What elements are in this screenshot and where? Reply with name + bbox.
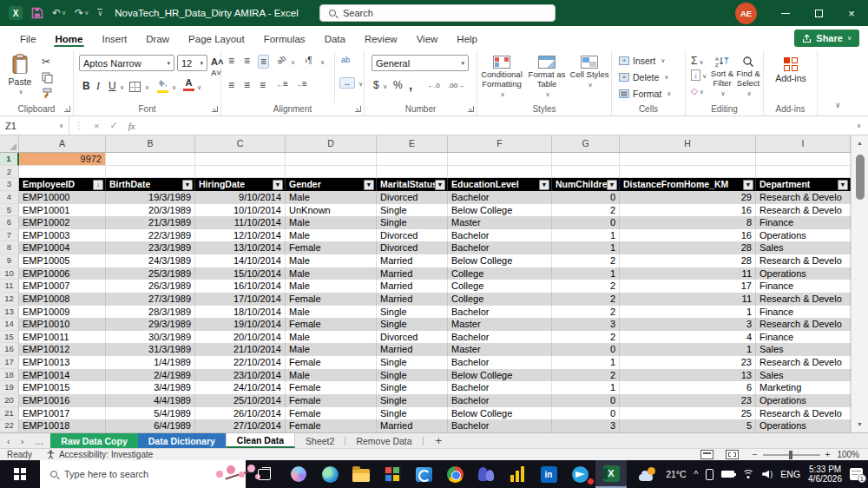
cell[interactable] [756, 166, 851, 179]
row-number-9[interactable]: 9 [0, 254, 19, 267]
cell[interactable]: Single [377, 407, 448, 420]
borders-dropdown-icon[interactable]: ∨ [145, 84, 149, 91]
cell[interactable] [106, 166, 195, 179]
undo-dropdown-icon[interactable]: ∨ [62, 10, 66, 16]
decrease-indent-button[interactable]: ←≡ [275, 79, 290, 89]
cell[interactable]: 23/3/1989 [106, 241, 195, 254]
cell[interactable]: Male [286, 216, 377, 229]
fill-color-dropdown-icon[interactable]: ∨ [172, 84, 176, 91]
cell[interactable]: 25/10/2014 [195, 394, 286, 407]
cell[interactable]: Below College [448, 369, 552, 382]
cell[interactable]: 2 [552, 254, 620, 267]
conditional-formatting-button[interactable]: Conditional Formatting∨ [479, 56, 524, 98]
cell[interactable]: Bachelor [448, 191, 552, 204]
sheet-tab-remove-data[interactable]: Remove Data [345, 433, 422, 448]
cell[interactable]: EMP10012 [19, 343, 106, 356]
cell[interactable]: EMP10013 [19, 356, 106, 369]
cell[interactable]: Male [286, 267, 377, 280]
cell[interactable]: EMP10018 [19, 419, 106, 432]
cell[interactable]: Operations [756, 419, 851, 432]
cell[interactable]: 25/3/1989 [106, 267, 195, 280]
format-as-table-button[interactable]: Format as Table∨ [526, 56, 568, 98]
cell[interactable]: 18/10/2014 [195, 306, 286, 319]
cell[interactable]: 11/10/2014 [195, 216, 286, 229]
cell[interactable]: 17/10/2014 [195, 293, 286, 306]
task-view-icon[interactable] [258, 469, 271, 480]
cell[interactable]: 24/3/1989 [106, 254, 195, 267]
paste-dropdown-icon[interactable]: ∨ [18, 89, 23, 96]
cell[interactable]: 2 [552, 306, 620, 319]
row-number-12[interactable]: 12 [0, 293, 19, 306]
select-all-corner[interactable] [0, 135, 19, 152]
cell[interactable]: 31/3/1989 [106, 343, 195, 356]
accounting-dropdown-icon[interactable]: ∨ [383, 83, 387, 90]
table-header-cell[interactable]: NumChildren▾ [552, 178, 620, 191]
cell[interactable]: 2 [552, 280, 620, 293]
cell[interactable]: Bachelor [448, 229, 552, 242]
cell[interactable]: EMP10015 [19, 381, 106, 394]
cell[interactable] [286, 166, 377, 179]
cell[interactable]: 0 [552, 394, 620, 407]
cell[interactable]: Bachelor [448, 419, 552, 432]
menu-tab-help[interactable]: Help [447, 29, 487, 48]
table-header-cell[interactable]: Gender▾ [286, 178, 377, 191]
table-header-cell[interactable]: BirthDate▾ [106, 178, 195, 191]
cell[interactable]: Single [377, 369, 448, 382]
row-number-1[interactable]: 1 [0, 153, 19, 166]
cell[interactable]: 2 [552, 293, 620, 306]
temperature-label[interactable]: 21°C [666, 469, 686, 479]
fill-color-button[interactable] [157, 79, 168, 93]
cell[interactable] [286, 153, 377, 166]
row-number-18[interactable]: 18 [0, 369, 19, 382]
taskbar-powerbi[interactable] [502, 460, 533, 488]
cell[interactable]: Bachelor [448, 356, 552, 369]
taskbar-search[interactable]: Type here to search [40, 460, 246, 488]
sort-filter-applied-button[interactable]: ↓ [93, 180, 103, 190]
row-number-11[interactable]: 11 [0, 280, 19, 293]
cell[interactable]: 1 [552, 241, 620, 254]
cell[interactable]: Female [286, 241, 377, 254]
enter-entry-icon[interactable]: ✓ [109, 120, 117, 131]
cell[interactable]: College [448, 280, 552, 293]
cell[interactable] [377, 166, 448, 179]
save-icon[interactable] [31, 7, 43, 19]
restore-button[interactable] [802, 0, 835, 26]
new-sheet-button[interactable]: + [424, 433, 455, 448]
row-number-5[interactable]: 5 [0, 204, 19, 217]
cell[interactable]: 19/10/2014 [195, 318, 286, 331]
cell[interactable]: Sales [756, 343, 851, 356]
number-dialog-launcher[interactable] [468, 106, 474, 112]
cell[interactable]: Bachelor [448, 331, 552, 344]
cell[interactable] [377, 153, 448, 166]
row-number-10[interactable]: 10 [0, 267, 19, 280]
minimize-button[interactable] [769, 0, 802, 26]
cell[interactable]: 22/10/2014 [195, 356, 286, 369]
hidden-icons-chevron[interactable]: ^ [694, 470, 699, 479]
addins-button[interactable]: Add-ins [775, 57, 806, 83]
cell[interactable]: Male [286, 254, 377, 267]
cell[interactable]: Married [377, 343, 448, 356]
cell[interactable]: EMP10004 [19, 241, 106, 254]
cell[interactable]: Master [448, 216, 552, 229]
cell[interactable]: 6/4/1989 [106, 419, 195, 432]
cut-button[interactable]: ✂ [42, 56, 50, 67]
cell[interactable]: 15/10/2014 [195, 267, 286, 280]
cell[interactable]: 10/10/2014 [195, 204, 286, 217]
cell[interactable]: Operations [756, 229, 851, 242]
cell[interactable]: Research & Develo [756, 293, 851, 306]
cell[interactable]: Male [286, 191, 377, 204]
taskbar-store[interactable] [377, 460, 408, 488]
cell[interactable]: College [448, 267, 552, 280]
cell[interactable]: EMP10008 [19, 293, 106, 306]
insert-function-icon[interactable]: fx [128, 121, 135, 131]
cell[interactable]: Female [286, 394, 377, 407]
row-number-3[interactable]: 3 [0, 178, 19, 191]
font-size-select[interactable]: 12▾ [177, 55, 207, 71]
column-header-F[interactable]: F [448, 135, 552, 152]
cell[interactable]: 22/3/1989 [106, 229, 195, 242]
filter-button[interactable]: ▾ [273, 180, 283, 190]
cell[interactable]: Female [286, 318, 377, 331]
menu-tab-data[interactable]: Data [315, 29, 355, 48]
taskbar-outlook[interactable] [408, 460, 439, 488]
cell[interactable]: Married [377, 293, 448, 306]
